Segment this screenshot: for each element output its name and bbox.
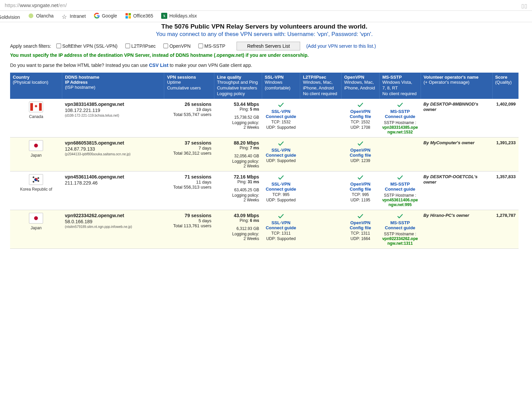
cell-sstp: MS-SSTP Connect guide SSTP Hostname : vp…: [380, 171, 421, 210]
uptime: 19 days: [167, 107, 211, 112]
openvpn-config-file-link[interactable]: Config file: [344, 187, 377, 192]
ddns-hostname: vpn922334262.opengw.net: [65, 213, 162, 218]
sslvpn-connect-guide-link[interactable]: Connect guide: [264, 153, 297, 158]
filter-openvpn-checkbox[interactable]: OpenVPN: [162, 43, 190, 49]
url-scheme: https://: [5, 2, 20, 8]
filter-softether-checkbox[interactable]: SoftEther VPN (SSL-VPN): [55, 43, 117, 49]
transfers: 15,738.52 GB: [217, 115, 259, 120]
bookmark-olancha[interactable]: Olancha: [28, 13, 54, 19]
table-row: Canada vpn383314385.opengw.net 108.172.2…: [10, 99, 519, 137]
sstp-label: MS-SSTP: [382, 182, 418, 187]
openvpn-tcp: TCP: 995: [344, 192, 377, 197]
ddns-hostname: vpn383314385.opengw.net: [65, 102, 162, 107]
check-icon: [276, 174, 286, 181]
country-name: Japan: [13, 153, 60, 158]
bookmark-office365[interactable]: Office365: [125, 13, 153, 19]
bookmark-intranet[interactable]: ☆ Intranet: [62, 13, 85, 19]
sslvpn-udp: UDP: Supported: [264, 125, 297, 130]
sslvpn-connect-guide-link[interactable]: Connect guide: [264, 187, 297, 192]
page-subtitle: You may connect to any of these VPN serv…: [10, 31, 519, 38]
transfers: 32,056.40 GB: [217, 154, 259, 158]
bookmarks-bar: Goldvision Olancha ☆ Intranet Google Off…: [0, 11, 532, 22]
filter-l2tp-checkbox[interactable]: L2TP/IPsec: [124, 43, 155, 49]
cell-owner: By DESKTOP-8MBNNOD's owner: [421, 99, 492, 137]
table-row: Japan vpn686053815.opengw.net 124.87.79.…: [10, 137, 519, 171]
vpn-servers-table: Country(Physical location) DDNS hostname…: [10, 73, 519, 249]
cell-owner: By DESKTOP-OOETCDL's owner: [421, 171, 492, 210]
openvpn-config-file-link[interactable]: Config file: [344, 153, 377, 158]
check-icon: [276, 140, 286, 147]
cell-l2tp: [300, 210, 342, 248]
svg-rect-23: [129, 16, 131, 18]
cell-owner: By MyComputer's owner: [421, 137, 492, 171]
sslvpn-udp: UDP: Supported: [264, 158, 297, 163]
cumulative-users: Total 362,312 users: [167, 151, 211, 156]
cell-score: 1,402,099: [492, 99, 518, 137]
table-row: Japan vpn922334262.opengw.net 58.0.166.1…: [10, 210, 519, 248]
bookmark-holidays[interactable]: X Holidays.xlsx: [161, 13, 197, 19]
cell-quality: 53.44 Mbps Ping: 5 ms 15,738.52 GB Loggi…: [214, 99, 262, 137]
sstp-hostname-label: SSTP Hostname :: [382, 232, 418, 236]
check-icon: [356, 140, 365, 147]
transfers: 63,405.25 GB: [217, 188, 259, 192]
logging-policy: Logging policy:: [217, 232, 259, 236]
cell-quality: 72.16 Mbps Ping: 31 ms 63,405.25 GB Logg…: [214, 171, 262, 210]
ping: Ping: 31 ms: [217, 180, 259, 184]
openvpn-tcp: TCP: 1532: [344, 120, 377, 124]
bookmark-goldvision[interactable]: Goldvision: [0, 14, 20, 20]
bookmark-google[interactable]: Google: [94, 13, 117, 19]
openvpn-udp: UDP: 1708: [344, 125, 377, 130]
uptime: 5 days: [167, 218, 211, 223]
sstp-connect-guide-link[interactable]: Connect guide: [382, 225, 418, 230]
refresh-servers-button[interactable]: Refresh Servers List: [237, 42, 300, 50]
logging-duration: 2 Weeks: [217, 236, 259, 241]
ping: Ping: 5 ms: [217, 107, 259, 112]
ddns-hostname: vpn686053815.opengw.net: [65, 140, 162, 146]
cumulative-users: Total 535,747 users: [167, 112, 211, 117]
session-count: 71 sessions: [167, 174, 211, 180]
sslvpn-tcp: TCP: 1532: [264, 120, 297, 124]
cell-sslvpn: SSL-VPN Connect guide TCP: 1311 UDP: Sup…: [262, 210, 300, 248]
openvpn-config-file-link[interactable]: Config file: [344, 114, 377, 119]
score: 1,278,787: [495, 213, 516, 218]
isp-hostname: (d108-172-221-119.bchsia.telus.net): [65, 114, 162, 117]
filter-mssstp-checkbox[interactable]: MS-SSTP: [197, 43, 225, 49]
th-country: Country(Physical location): [10, 73, 62, 99]
ddns-hostname: vpn453611406.opengw.net: [65, 174, 162, 180]
sstp-hostname-label: SSTP Hostname :: [382, 193, 418, 198]
openvpn-config-file-link[interactable]: Config file: [344, 225, 377, 230]
cell-score: 1,357,833: [492, 171, 518, 210]
cell-country: Japan: [10, 137, 62, 171]
add-server-link[interactable]: (Add your VPN server to this list.): [306, 43, 376, 49]
owner-name: By DESKTOP-8MBNNOD's owner: [423, 102, 490, 113]
owner-name: By MyComputer's owner: [423, 140, 490, 146]
reader-mode-icon[interactable]: ▯▯: [521, 3, 527, 9]
filter-bar: Apply search filters: SoftEther VPN (SSL…: [10, 42, 519, 50]
flag-icon: [29, 213, 43, 224]
transfers: 6,312.93 GB: [217, 226, 259, 231]
flag-icon: [29, 140, 43, 151]
th-l2tp: L2TP/IPsecWindows, Mac,iPhone, AndroidNo…: [300, 73, 342, 99]
page-title: The 5076 Public VPN Relay Servers by vol…: [10, 23, 519, 30]
cell-country: Canada: [10, 99, 62, 137]
cell-sessions: 26 sessions 19 days Total 535,747 users: [164, 99, 214, 137]
sslvpn-tcp: TCP: 1311: [264, 231, 297, 236]
session-count: 79 sessions: [167, 213, 211, 218]
filter-label: Apply search filters:: [10, 43, 51, 49]
sslvpn-udp: UDP: Supported: [264, 236, 297, 241]
browser-url-bar[interactable]: https://www.vpngate.net/en/ ▯▯: [0, 0, 532, 11]
country-name: Canada: [13, 114, 60, 119]
cell-ddns: vpn383314385.opengw.net 108.172.221.119 …: [62, 99, 164, 137]
sslvpn-connect-guide-link[interactable]: Connect guide: [264, 114, 297, 119]
sstp-label: MS-SSTP: [382, 220, 418, 225]
csv-list-link[interactable]: CSV List: [149, 63, 169, 68]
cell-quality: 43.09 Mbps Ping: 6 ms 6,312.93 GB Loggin…: [214, 210, 262, 248]
logging-duration: 2 Weeks: [217, 198, 259, 202]
sstp-connect-guide-link[interactable]: Connect guide: [382, 187, 418, 192]
check-icon: [356, 102, 365, 108]
sstp-connect-guide-link[interactable]: Connect guide: [382, 114, 418, 119]
star-icon: ☆: [62, 13, 68, 19]
sstp-hostname: vpn922334262.opengw.net:1311: [382, 236, 418, 246]
sslvpn-connect-guide-link[interactable]: Connect guide: [264, 225, 297, 230]
country-name: Korea Republic of: [13, 187, 60, 192]
